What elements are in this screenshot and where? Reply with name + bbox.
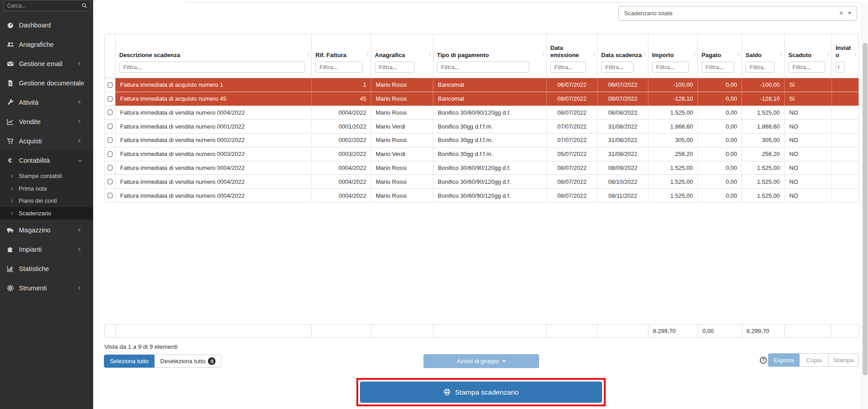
- cell-inviato: [832, 106, 859, 120]
- barchart-icon: [6, 265, 14, 272]
- cell-data-scadenza: 06/07/2022: [597, 78, 648, 92]
- cell-saldo: -100,00: [742, 78, 784, 92]
- sort-header-anagrafica[interactable]: Anagrafica: [375, 52, 429, 59]
- filter-input-inviato[interactable]: [836, 62, 845, 73]
- sidebar-item-attivita[interactable]: Attività: [0, 93, 93, 112]
- sidebar-item-label: Dashboard: [19, 22, 51, 29]
- row-checkbox[interactable]: [108, 124, 112, 129]
- sort-header-descrizione-scadenza[interactable]: Descrizione scadenza: [119, 52, 308, 59]
- scrollbar-thumb[interactable]: [863, 43, 868, 375]
- search-icon[interactable]: [81, 3, 87, 9]
- total-anagrafica: [371, 325, 433, 337]
- sort-icon: ▲▼: [366, 51, 369, 57]
- caret-down-icon: [502, 360, 506, 362]
- cell-rif-fattura: 1: [311, 78, 371, 92]
- sidebar-item-acquisti[interactable]: Acquisti: [0, 131, 93, 151]
- sidebar-item-vendite[interactable]: Vendite: [0, 112, 93, 131]
- sidebar-nav: DashboardAnagraficheGestione emailGestio…: [0, 15, 93, 298]
- table-row[interactable]: Fattura immediata di vendita numero 0004…: [104, 161, 859, 175]
- filter-input-descrizione-scadenza[interactable]: [119, 62, 305, 73]
- sidebar-section-contabilita: €ContabilitàStampe contabiliPrima notaPi…: [0, 151, 93, 220]
- sidebar-item-impianti[interactable]: Impianti: [0, 240, 93, 259]
- scrollbar-track[interactable]: [861, 4, 868, 409]
- sidebar-item-dashboard[interactable]: Dashboard: [0, 15, 93, 35]
- sort-header-data-scadenza[interactable]: Data scadenza: [601, 52, 644, 59]
- sidebar-item-anagrafiche[interactable]: Anagrafiche: [0, 35, 93, 54]
- sidebar-item-magazzino[interactable]: Magazzino: [0, 220, 93, 240]
- sidebar-item-gestione-documentale[interactable]: Gestione documentale: [0, 73, 93, 93]
- sort-header-inviato[interactable]: Inviato: [836, 44, 855, 59]
- sort-header-importo[interactable]: Importo: [652, 52, 694, 59]
- export-button[interactable]: Esporta: [768, 353, 800, 367]
- sidebar-item-prima-nota[interactable]: Prima nota: [0, 182, 93, 195]
- cell-descrizione-scadenza: Fattura immediata di vendita numero 0004…: [115, 189, 311, 202]
- table-row[interactable]: Fattura immediata di vendita numero 0001…: [104, 120, 859, 133]
- filter-input-data-scadenza[interactable]: [601, 62, 634, 73]
- select-all-button[interactable]: Seleziona tutto: [104, 355, 154, 368]
- deselect-all-button[interactable]: Deseleziona tutto 0: [154, 355, 221, 368]
- filter-input-data-emissione[interactable]: [550, 62, 586, 73]
- schedule-filter-select[interactable]: Scadenzario totale ×: [618, 6, 857, 21]
- cell-scaduto: NO: [784, 175, 832, 188]
- sidebar-item-strumenti[interactable]: Strumenti: [0, 278, 93, 298]
- chevron-down-icon[interactable]: [848, 12, 851, 14]
- row-checkbox-cell: [104, 120, 115, 133]
- row-checkbox[interactable]: [108, 165, 112, 170]
- filter-input-tipo-di-pagamento[interactable]: [437, 62, 529, 73]
- puzzle-icon: [6, 245, 14, 253]
- filter-input-anagrafica[interactable]: [375, 62, 414, 73]
- cell-data-emissione: 07/07/2022: [546, 120, 597, 133]
- search-input[interactable]: [4, 3, 81, 9]
- row-checkbox[interactable]: [108, 151, 112, 157]
- sort-header-pagato[interactable]: Pagato: [702, 52, 738, 59]
- table-row[interactable]: Fattura immediata di acquisto numero 11M…: [104, 78, 859, 92]
- row-checkbox[interactable]: [108, 179, 112, 184]
- filter-input-saldo[interactable]: [746, 62, 775, 73]
- table-row[interactable]: Fattura immediata di vendita numero 0004…: [104, 189, 859, 203]
- filter-input-rif-fattura[interactable]: [315, 62, 363, 73]
- chart-icon: [6, 118, 14, 125]
- sidebar-item-contabilita[interactable]: €Contabilità: [0, 151, 93, 170]
- help-icon[interactable]: ?: [760, 356, 767, 364]
- cell-data-emissione: 07/07/2022: [546, 133, 597, 147]
- sort-icon: ▲▼: [827, 51, 830, 57]
- filter-input-importo[interactable]: [652, 62, 689, 73]
- column-header-scaduto: Scaduto▲▼: [784, 34, 832, 78]
- table-row[interactable]: Fattura immediata di vendita numero 0002…: [104, 133, 859, 147]
- table-row[interactable]: Fattura immediata di acquisto numero 454…: [104, 92, 859, 106]
- cell-pagato: 0,00: [697, 189, 742, 202]
- sidebar-item-scadenzario[interactable]: Scadenzario: [0, 207, 93, 220]
- sort-header-tipo-di-pagamento[interactable]: Tipo di pagamento: [437, 52, 543, 59]
- group-actions-button[interactable]: Azioni di gruppo: [423, 354, 539, 368]
- cart-icon: [6, 137, 14, 145]
- copy-button[interactable]: Copia: [800, 353, 829, 367]
- filter-input-scaduto[interactable]: [788, 62, 825, 73]
- row-checkbox-cell: [104, 133, 115, 147]
- sort-header-saldo[interactable]: Saldo: [746, 52, 781, 59]
- deselect-all-label: Deseleziona tutto: [160, 358, 205, 365]
- print-table-button[interactable]: Stampa: [829, 353, 859, 367]
- row-checkbox[interactable]: [108, 138, 112, 143]
- sidebar-item-gestione-email[interactable]: Gestione email: [0, 54, 93, 73]
- column-header-rif-fattura: Rif. Fattura▲▼: [311, 34, 371, 78]
- table-row[interactable]: Fattura immediata di vendita numero 0004…: [104, 175, 859, 189]
- sort-header-rif-fattura[interactable]: Rif. Fattura: [315, 52, 367, 59]
- euro-icon: €: [6, 156, 14, 164]
- row-checkbox[interactable]: [108, 110, 112, 115]
- row-checkbox[interactable]: [108, 96, 112, 102]
- sidebar-item-stampe-contabili[interactable]: Stampe contabili: [0, 170, 93, 182]
- cell-tipo-di-pagamento: Bancomat: [433, 78, 546, 92]
- row-checkbox[interactable]: [108, 82, 112, 88]
- table-row[interactable]: Fattura immediata di vendita numero 0004…: [104, 106, 859, 120]
- clear-icon[interactable]: ×: [839, 9, 843, 17]
- print-schedule-button[interactable]: Stampa scadenzario: [360, 382, 602, 403]
- filter-input-pagato[interactable]: [702, 62, 734, 73]
- sort-header-data-emissione[interactable]: Data emissione: [550, 44, 594, 59]
- sort-header-scaduto[interactable]: Scaduto: [788, 52, 828, 59]
- sort-icon: ▲▼: [307, 51, 310, 57]
- sidebar-item-statistiche[interactable]: Statistiche: [0, 259, 93, 278]
- sidebar-item-piano-dei-conti[interactable]: Piano dei conti: [0, 195, 93, 207]
- cell-data-emissione: 06/07/2022: [546, 78, 597, 92]
- row-checkbox[interactable]: [108, 193, 112, 198]
- table-row[interactable]: Fattura immediata di vendita numero 0003…: [104, 147, 859, 161]
